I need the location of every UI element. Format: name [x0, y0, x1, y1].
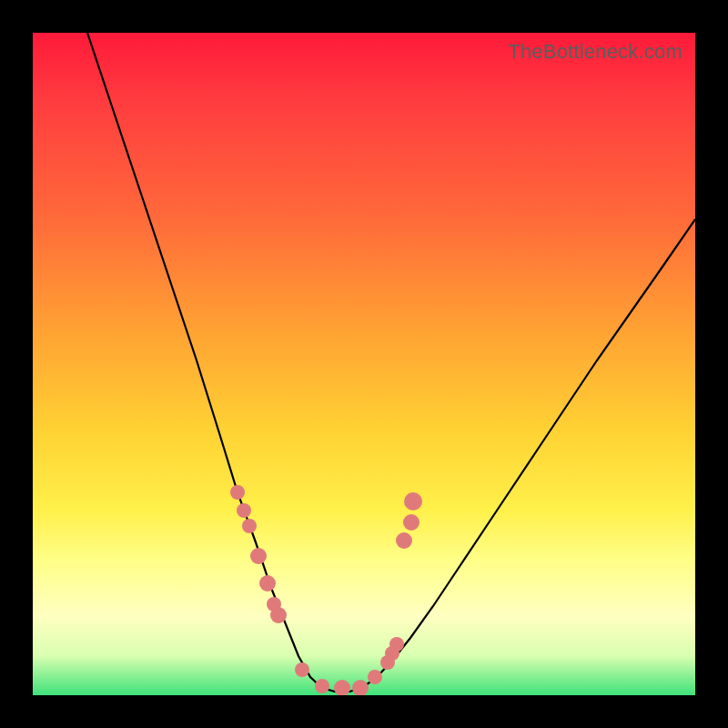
curve-marker: [315, 679, 329, 693]
curve-marker: [352, 680, 369, 695]
curve-marker: [368, 670, 382, 684]
curve-marker: [250, 548, 267, 564]
marker-group: [230, 485, 422, 695]
curve-marker: [396, 532, 412, 549]
curve-marker: [295, 662, 309, 677]
curve-marker: [403, 514, 420, 531]
plot-area: TheBottleneck.com: [33, 33, 695, 695]
curve-marker: [334, 680, 350, 695]
outer-frame: TheBottleneck.com: [0, 0, 728, 728]
curve-marker: [230, 485, 245, 500]
curve-marker: [237, 503, 251, 518]
curve-marker: [242, 519, 257, 533]
chart-overlay: [33, 33, 695, 695]
bottleneck-curve: [87, 33, 695, 692]
curve-marker: [270, 607, 287, 623]
curve-marker: [404, 492, 422, 511]
curve-marker: [259, 575, 276, 592]
curve-marker: [389, 637, 404, 652]
